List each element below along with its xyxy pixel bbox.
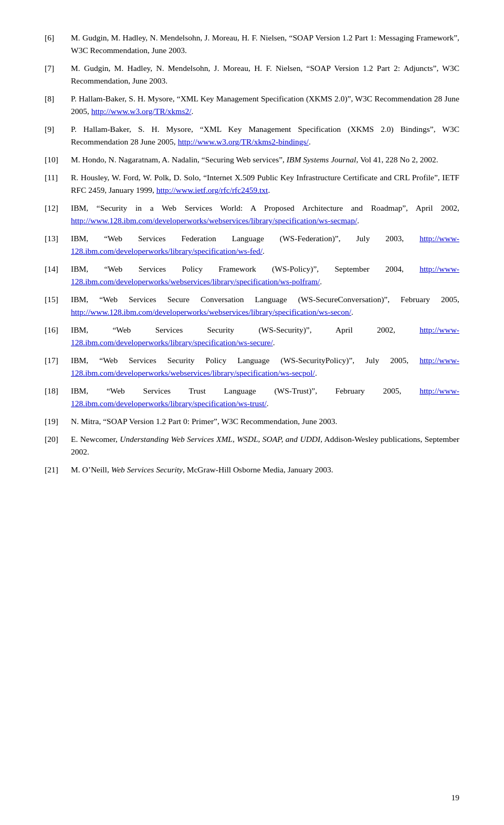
ref-number: [6]: [45, 32, 71, 44]
ref-text: M. O’Neill, Web Services Security, McGra…: [71, 463, 459, 476]
ref-hyperlink[interactable]: http://www.w3.org/TR/xkms2/: [91, 107, 192, 116]
ref-number: [15]: [45, 293, 71, 306]
ref-text: E. Newcomer, Understanding Web Services …: [71, 433, 459, 458]
ref-text: P. Hallam-Baker, S. H. Mysore, “XML Key …: [71, 123, 459, 148]
reference-item: [13]IBM, “Web Services Federation Langua…: [45, 232, 459, 257]
ref-number: [11]: [45, 171, 71, 184]
ref-text: IBM, “Web Services Policy Framework (WS-…: [71, 263, 459, 288]
ref-text: IBM, “Web Services Secure Conversation L…: [71, 293, 459, 318]
reference-item: [11]R. Housley, W. Ford, W. Polk, D. Sol…: [45, 171, 459, 197]
reference-item: [6]M. Gudgin, M. Hadley, N. Mendelsohn, …: [45, 32, 459, 57]
ref-hyperlink[interactable]: http://www-128.ibm.com/developerworks/we…: [71, 264, 459, 286]
ref-text: IBM, “Web Services Trust Language (WS-Tr…: [71, 385, 459, 410]
ref-number: [17]: [45, 354, 71, 367]
reference-item: [9]P. Hallam-Baker, S. H. Mysore, “XML K…: [45, 123, 459, 148]
reference-item: [14]IBM, “Web Services Policy Framework …: [45, 263, 459, 288]
ref-hyperlink[interactable]: http://www.128.ibm.com/developerworks/we…: [71, 216, 357, 225]
ref-number: [19]: [45, 415, 71, 428]
reference-item: [16]IBM, “Web Services Security (WS-Secu…: [45, 324, 459, 349]
ref-text: M. Gudgin, M. Hadley, N. Mendelsohn, J. …: [71, 32, 459, 57]
ref-hyperlink[interactable]: http://www.128.ibm.com/developerworks/we…: [71, 307, 351, 316]
reference-item: [19]N. Mitra, “SOAP Version 1.2 Part 0: …: [45, 415, 459, 428]
reference-item: [7]M. Gudgin, M. Hadley, N. Mendelsohn, …: [45, 62, 459, 87]
ref-number: [8]: [45, 92, 71, 105]
ref-number: [16]: [45, 324, 71, 336]
reference-item: [12]IBM, “Security in a Web Services Wor…: [45, 202, 459, 227]
reference-item: [18]IBM, “Web Services Trust Language (W…: [45, 385, 459, 410]
ref-hyperlink[interactable]: http://www-128.ibm.com/developerworks/li…: [71, 234, 459, 255]
ref-italic: Understanding Web Services XML, WSDL, SO…: [120, 435, 320, 444]
ref-number: [13]: [45, 232, 71, 245]
ref-hyperlink[interactable]: http://www.ietf.org/rfc/rfc2459.txt: [156, 185, 268, 194]
ref-italic: Web Services Security: [111, 465, 183, 474]
ref-hyperlink[interactable]: http://www-128.ibm.com/developerworks/li…: [71, 386, 459, 408]
reference-item: [20]E. Newcomer, Understanding Web Servi…: [45, 433, 459, 458]
ref-text: P. Hallam-Baker, S. H. Mysore, “XML Key …: [71, 92, 459, 118]
ref-number: [18]: [45, 385, 71, 397]
references-list: [6]M. Gudgin, M. Hadley, N. Mendelsohn, …: [45, 32, 459, 476]
reference-item: [10]M. Hondo, N. Nagaratnam, A. Nadalin,…: [45, 153, 459, 166]
ref-text: IBM, “Web Services Security (WS-Security…: [71, 324, 459, 349]
ref-text: N. Mitra, “SOAP Version 1.2 Part 0: Prim…: [71, 415, 459, 428]
ref-text: M. Gudgin, M. Hadley, N. Mendelsohn, J. …: [71, 62, 459, 87]
ref-number: [12]: [45, 202, 71, 214]
page-number: 19: [452, 791, 460, 804]
ref-number: [9]: [45, 123, 71, 136]
ref-hyperlink[interactable]: http://www-128.ibm.com/developerworks/li…: [71, 325, 459, 347]
ref-number: [21]: [45, 463, 71, 476]
ref-text: M. Hondo, N. Nagaratnam, A. Nadalin, “Se…: [71, 153, 459, 166]
ref-number: [14]: [45, 263, 71, 275]
reference-item: [8]P. Hallam-Baker, S. H. Mysore, “XML K…: [45, 92, 459, 118]
ref-text: IBM, “Web Services Security Policy Langu…: [71, 354, 459, 379]
ref-number: [7]: [45, 62, 71, 75]
ref-text: IBM, “Web Services Federation Language (…: [71, 232, 459, 257]
ref-text: IBM, “Security in a Web Services World: …: [71, 202, 459, 227]
ref-text: R. Housley, W. Ford, W. Polk, D. Solo, “…: [71, 171, 459, 197]
ref-hyperlink[interactable]: http://www-128.ibm.com/developerworks/we…: [71, 356, 459, 377]
reference-item: [15]IBM, “Web Services Secure Conversati…: [45, 293, 459, 318]
ref-hyperlink[interactable]: http://www.w3.org/TR/xkms2-bindings/: [178, 137, 309, 146]
page: [6]M. Gudgin, M. Hadley, N. Mendelsohn, …: [0, 0, 504, 825]
reference-item: [21]M. O’Neill, Web Services Security, M…: [45, 463, 459, 476]
ref-number: [10]: [45, 153, 71, 166]
ref-italic: IBM Systems Journal: [287, 155, 356, 164]
ref-number: [20]: [45, 433, 71, 446]
reference-item: [17]IBM, “Web Services Security Policy L…: [45, 354, 459, 379]
